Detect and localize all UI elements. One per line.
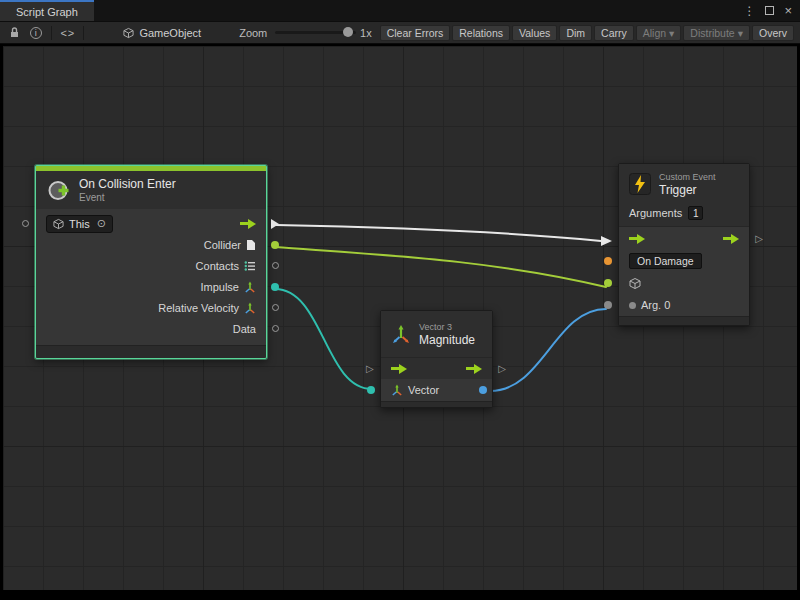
- chevron-down-icon: ▾: [738, 27, 743, 39]
- arg0-type-icon: [629, 302, 636, 309]
- node-on-collision-enter[interactable]: On Collision Enter Event This ⊙: [35, 165, 267, 359]
- flow-out-arrow-icon: [723, 234, 739, 244]
- port-collider-out[interactable]: [271, 241, 279, 249]
- contacts-list-icon: [244, 260, 256, 272]
- chevron-down-icon: ▾: [669, 27, 674, 39]
- port-relative-velocity-out[interactable]: [272, 304, 279, 311]
- node-footer: [619, 316, 749, 325]
- toolbar-separator: [83, 26, 84, 40]
- node-title: On Collision Enter: [79, 177, 176, 191]
- node-trigger-custom-event[interactable]: Custom Event Trigger Arguments 1 ▷ On Da…: [618, 163, 750, 326]
- wire-collider-green[interactable]: [275, 247, 606, 287]
- carry-button[interactable]: Carry: [594, 25, 634, 41]
- zoom-slider-handle[interactable]: [343, 27, 353, 37]
- vector3-icon: [391, 324, 411, 344]
- gameobject-icon: [123, 27, 134, 39]
- wire-flow-arrowhead: [601, 236, 612, 246]
- flow-out-arrow-icon: [240, 219, 256, 229]
- zoom-slider[interactable]: [275, 31, 356, 34]
- distribute-button[interactable]: Distribute ▾: [683, 25, 750, 41]
- vector-input-label: Vector: [408, 384, 439, 396]
- port-arg0-in[interactable]: [604, 301, 612, 309]
- wire-impulse-teal[interactable]: [275, 289, 372, 389]
- collider-doc-icon: [246, 239, 256, 251]
- node-title: Trigger: [659, 183, 716, 197]
- align-button[interactable]: Align ▾: [636, 25, 682, 41]
- port-vector-in[interactable]: [367, 386, 375, 394]
- code-icon: <>: [60, 27, 75, 39]
- node-category: Vector 3: [419, 322, 475, 332]
- flow-in-arrow-icon: [629, 234, 645, 244]
- graph-canvas[interactable]: On Collision Enter Event This ⊙: [0, 44, 800, 600]
- target-value: This: [69, 218, 90, 230]
- vector3-icon: [244, 302, 256, 314]
- graph-toolbar: i <> GameObject Zoom 1x Clear Errors Rel…: [0, 22, 800, 44]
- event-plus-icon: [46, 178, 71, 203]
- vector3-icon: [244, 281, 256, 293]
- tab-bar: Script Graph ⋮ ×: [0, 0, 800, 22]
- wire-flow-white[interactable]: [276, 225, 601, 241]
- values-button[interactable]: Values: [512, 25, 557, 41]
- target-dropdown[interactable]: This ⊙: [46, 215, 113, 233]
- node-category: Custom Event: [659, 172, 716, 182]
- tab-script-graph[interactable]: Script Graph: [0, 0, 94, 21]
- gameobject-label: GameObject: [139, 27, 201, 39]
- node-footer: [381, 401, 492, 407]
- node-magnitude[interactable]: Vector 3 Magnitude ▷ ▷ Vector: [380, 310, 493, 408]
- arguments-label: Arguments: [629, 207, 682, 219]
- unity-window: Script Graph ⋮ × i <> GameObject: [0, 0, 800, 600]
- custom-event-bolt-icon: [629, 173, 651, 195]
- flow-in-arrow-icon: [391, 364, 407, 374]
- flow-out-arrow-icon: [466, 364, 482, 374]
- clear-errors-button[interactable]: Clear Errors: [380, 25, 451, 41]
- close-icon[interactable]: ×: [784, 3, 792, 18]
- overview-button[interactable]: Overv: [752, 25, 794, 41]
- arg0-label: Arg. 0: [641, 299, 670, 311]
- lock-button[interactable]: [4, 24, 25, 42]
- tab-bar-spacer: [94, 0, 736, 21]
- tab-title: Script Graph: [16, 6, 78, 18]
- node-title: Magnitude: [419, 333, 475, 347]
- toolbar-separator: [51, 26, 52, 40]
- wire-magnitude-blue[interactable]: [490, 309, 606, 391]
- port-flow-out[interactable]: [271, 219, 279, 229]
- edit-script-button[interactable]: <>: [57, 24, 78, 42]
- port-flow-out[interactable]: ▷: [755, 233, 763, 244]
- maximize-icon[interactable]: [765, 6, 774, 15]
- vector3-icon: [391, 384, 403, 396]
- port-flow-in[interactable]: ▷: [366, 363, 374, 374]
- info-icon: i: [30, 27, 42, 39]
- gameobject-selector[interactable]: GameObject: [123, 27, 201, 39]
- gameobject-cube-icon: [53, 218, 64, 230]
- port-flow-out[interactable]: ▷: [498, 363, 506, 374]
- dim-button[interactable]: Dim: [559, 25, 592, 41]
- lock-icon: [8, 26, 21, 39]
- relations-button[interactable]: Relations: [452, 25, 510, 41]
- port-data-out[interactable]: [272, 325, 279, 332]
- port-target-in[interactable]: [604, 279, 612, 287]
- port-target-in[interactable]: [22, 220, 29, 227]
- object-picker-icon: ⊙: [97, 217, 106, 230]
- gameobject-cube-icon: [629, 277, 641, 290]
- port-magnitude-out[interactable]: [479, 386, 487, 394]
- zoom-label: Zoom: [239, 27, 267, 39]
- port-contacts-out[interactable]: [272, 262, 279, 269]
- info-button[interactable]: i: [25, 24, 46, 42]
- node-subtitle: Event: [79, 192, 176, 203]
- port-event-name-in[interactable]: [604, 257, 612, 265]
- window-menu-icon[interactable]: ⋮: [743, 4, 755, 18]
- arguments-count-field[interactable]: 1: [688, 206, 703, 220]
- event-name-field[interactable]: On Damage: [629, 253, 702, 269]
- node-footer: [36, 345, 266, 358]
- zoom-value: 1x: [360, 27, 372, 39]
- port-impulse-out[interactable]: [271, 283, 279, 291]
